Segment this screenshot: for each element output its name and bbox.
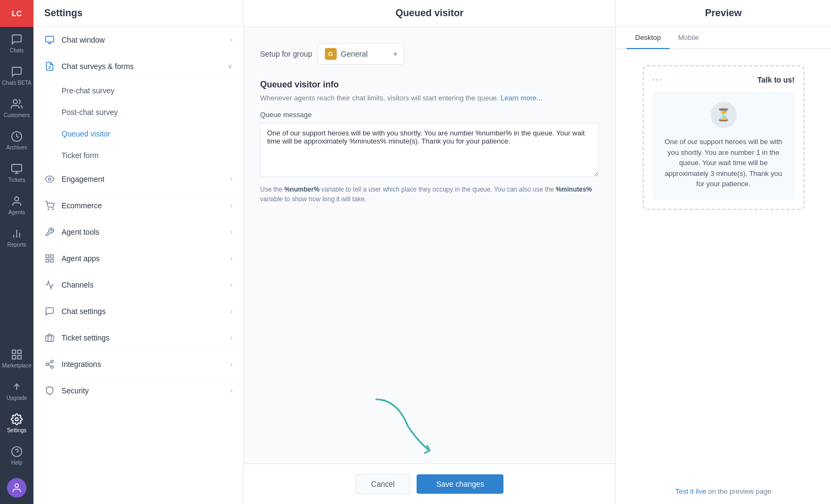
- ecommerce-icon: [44, 200, 55, 211]
- menu-item-agent-apps[interactable]: Agent apps ›: [33, 246, 243, 272]
- main-body: Setup for group G General ▾ Queued visit…: [244, 27, 615, 464]
- test-live-link[interactable]: Test it live: [676, 487, 706, 495]
- widget-body: ⏳ One of our support heroes will be with…: [652, 91, 795, 200]
- chevron-right-icon: ›: [230, 228, 233, 236]
- svg-rect-30: [51, 260, 53, 262]
- svg-point-33: [51, 360, 53, 363]
- settings-icon: [11, 413, 23, 425]
- sidebar-item-upgrade[interactable]: Upgrade: [0, 374, 33, 407]
- widget-dots: ···: [652, 75, 663, 85]
- svg-rect-20: [46, 36, 54, 42]
- menu-item-channels[interactable]: Channels ›: [33, 272, 243, 298]
- menu-item-engagement[interactable]: Engagement ›: [33, 166, 243, 193]
- menu-item-chat-surveys[interactable]: Chat surveys & forms ∨: [33, 53, 243, 80]
- menu-item-ticket-settings[interactable]: Ticket settings ›: [33, 325, 243, 351]
- chevron-right-icon: ›: [230, 281, 233, 289]
- svg-point-7: [15, 196, 18, 200]
- avatar: [7, 478, 26, 498]
- svg-rect-31: [46, 260, 49, 262]
- group-dropdown[interactable]: G General ▾: [318, 43, 404, 65]
- sidebar-item-tickets[interactable]: Tickets: [0, 156, 33, 189]
- engagement-icon: [44, 174, 55, 185]
- submenu-item-ticket-form[interactable]: Ticket form: [33, 145, 243, 166]
- widget-message: One of our support heroes will be with y…: [661, 137, 786, 189]
- info-description: Whenever agents reach their chat limits,…: [260, 94, 599, 102]
- svg-point-25: [49, 178, 51, 181]
- sidebar-item-help[interactable]: Help: [0, 439, 33, 472]
- menu-label-security: Security: [62, 386, 230, 395]
- menu-item-agent-tools[interactable]: Agent tools ›: [33, 219, 243, 246]
- learn-more-link[interactable]: Learn more...: [501, 94, 542, 102]
- surveys-submenu: Pre-chat survey Post-chat survey Queued …: [33, 80, 243, 166]
- menu-item-ecommerce[interactable]: Ecommerce ›: [33, 193, 243, 219]
- nav-label-reports: Reports: [7, 242, 26, 248]
- save-button[interactable]: Save changes: [417, 474, 503, 494]
- svg-point-16: [15, 418, 18, 421]
- svg-rect-13: [18, 355, 21, 358]
- tickets-icon: [11, 163, 23, 175]
- menu-item-integrations[interactable]: Integrations ›: [33, 351, 243, 378]
- user-avatar-container[interactable]: [0, 472, 33, 504]
- help-icon: [11, 446, 23, 458]
- tools-icon: [44, 227, 55, 237]
- menu-item-chat-settings[interactable]: Chat settings ›: [33, 298, 243, 325]
- sidebar-item-agents[interactable]: Agents: [0, 189, 33, 221]
- sidebar-item-chats[interactable]: Chats: [0, 27, 33, 59]
- menu-label-ticket-settings: Ticket settings: [62, 333, 230, 342]
- app-logo[interactable]: LC: [0, 0, 33, 27]
- preview-body: ··· Talk to us! ⏳ One of our support her…: [616, 49, 831, 479]
- svg-point-34: [46, 363, 49, 366]
- chevron-right-icon: ›: [230, 360, 233, 368]
- preview-footer: Test it live on the preview page: [616, 479, 831, 504]
- widget-header: ··· Talk to us!: [652, 75, 795, 85]
- menu-label-channels: Channels: [62, 281, 230, 289]
- queue-message-textarea[interactable]: One of our support heroes will be with y…: [260, 123, 599, 177]
- sidebar-item-marketplace[interactable]: Marketplace: [0, 342, 33, 374]
- chat-icon: [11, 33, 23, 45]
- svg-rect-12: [18, 350, 21, 353]
- sidebar-item-reports[interactable]: Reports: [0, 221, 33, 254]
- sidebar-item-archives[interactable]: Archives: [0, 124, 33, 156]
- reports-icon: [11, 228, 23, 240]
- menu-label-chat-surveys: Chat surveys & forms: [62, 62, 228, 71]
- chat-beta-icon: [11, 66, 23, 78]
- group-initial: G: [325, 48, 337, 60]
- svg-point-19: [15, 484, 19, 488]
- svg-line-36: [48, 365, 51, 366]
- chat-settings-icon: [44, 306, 55, 317]
- left-nav: LC Chats Chats BETA Customers Archives T…: [0, 0, 33, 504]
- submenu-item-pre-chat[interactable]: Pre-chat survey: [33, 80, 243, 101]
- menu-item-chat-window[interactable]: Chat window ›: [33, 27, 243, 53]
- nav-label-settings: Settings: [7, 427, 26, 433]
- menu-item-security[interactable]: Security ›: [33, 378, 243, 404]
- settings-title: Settings: [33, 0, 243, 27]
- integrations-icon: [44, 359, 55, 370]
- tab-desktop[interactable]: Desktop: [626, 27, 670, 49]
- sidebar-item-settings[interactable]: Settings: [0, 407, 33, 439]
- sidebar-item-chats-beta[interactable]: Chats BETA: [0, 59, 33, 92]
- tab-mobile[interactable]: Mobile: [670, 27, 707, 49]
- page-title: Queued visitor: [244, 0, 615, 27]
- security-icon: [44, 385, 55, 396]
- field-label: Queue message: [260, 111, 599, 119]
- svg-rect-4: [12, 164, 22, 171]
- menu-label-agent-apps: Agent apps: [62, 254, 230, 263]
- svg-point-2: [13, 99, 17, 103]
- svg-point-26: [48, 209, 49, 210]
- submenu-item-post-chat[interactable]: Post-chat survey: [33, 101, 243, 123]
- info-title: Queued visitor info: [260, 80, 599, 90]
- cancel-button[interactable]: Cancel: [356, 474, 411, 494]
- nav-label-upgrade: Upgrade: [6, 395, 27, 401]
- settings-menu: Chat window › Chat surveys & forms ∨ Pre…: [33, 27, 243, 504]
- menu-label-chat-window: Chat window: [62, 36, 230, 44]
- nav-label-chats: Chats: [10, 47, 24, 53]
- group-selector: Setup for group G General ▾: [260, 43, 599, 65]
- sidebar-item-customers[interactable]: Customers: [0, 92, 33, 124]
- bottom-bar: Cancel Save changes: [244, 464, 615, 504]
- svg-line-37: [48, 362, 51, 364]
- main-content: Queued visitor Setup for group G General…: [244, 0, 615, 504]
- channels-icon: [44, 280, 55, 290]
- submenu-item-queued-visitor[interactable]: Queued visitor: [33, 123, 243, 145]
- svg-point-27: [52, 209, 53, 210]
- menu-label-engagement: Engagement: [62, 175, 230, 183]
